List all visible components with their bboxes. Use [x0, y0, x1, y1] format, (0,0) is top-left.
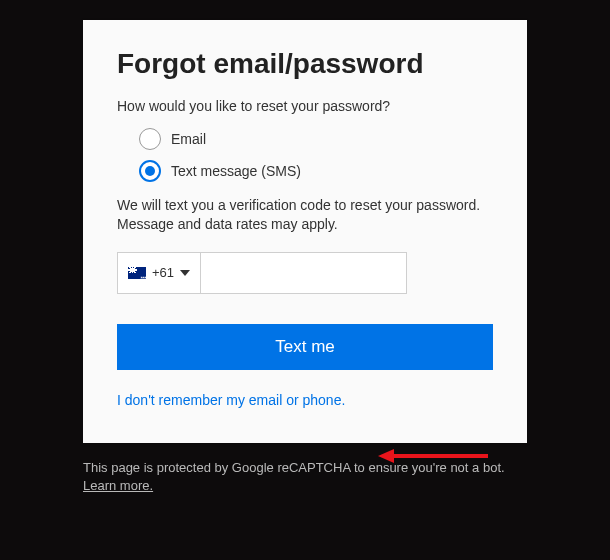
option-email[interactable]: Email: [139, 128, 493, 150]
reset-method-group: Email Text message (SMS): [139, 128, 493, 182]
chevron-down-icon: [180, 270, 190, 276]
page-background: Forgot email/password How would you like…: [0, 0, 610, 560]
radio-icon: [139, 128, 161, 150]
option-sms-label: Text message (SMS): [171, 163, 301, 179]
radio-icon-selected: [139, 160, 161, 182]
option-email-label: Email: [171, 131, 206, 147]
reset-card: Forgot email/password How would you like…: [83, 20, 527, 443]
sms-info-text: We will text you a verification code to …: [117, 196, 493, 234]
text-me-button[interactable]: Text me: [117, 324, 493, 370]
phone-input[interactable]: [201, 253, 406, 293]
flag-icon: [128, 267, 146, 279]
learn-more-link[interactable]: Learn more.: [83, 478, 153, 493]
option-sms[interactable]: Text message (SMS): [139, 160, 493, 182]
country-code-selector[interactable]: +61: [118, 253, 201, 293]
recaptcha-footer: This page is protected by Google reCAPTC…: [83, 459, 527, 495]
no-email-phone-link[interactable]: I don't remember my email or phone.: [117, 392, 345, 408]
phone-field: +61: [117, 252, 407, 294]
page-title: Forgot email/password: [117, 48, 493, 80]
arrow-line: [392, 454, 488, 458]
reset-prompt: How would you like to reset your passwor…: [117, 98, 493, 114]
country-code-label: +61: [152, 265, 174, 280]
footer-text: This page is protected by Google reCAPTC…: [83, 460, 505, 475]
